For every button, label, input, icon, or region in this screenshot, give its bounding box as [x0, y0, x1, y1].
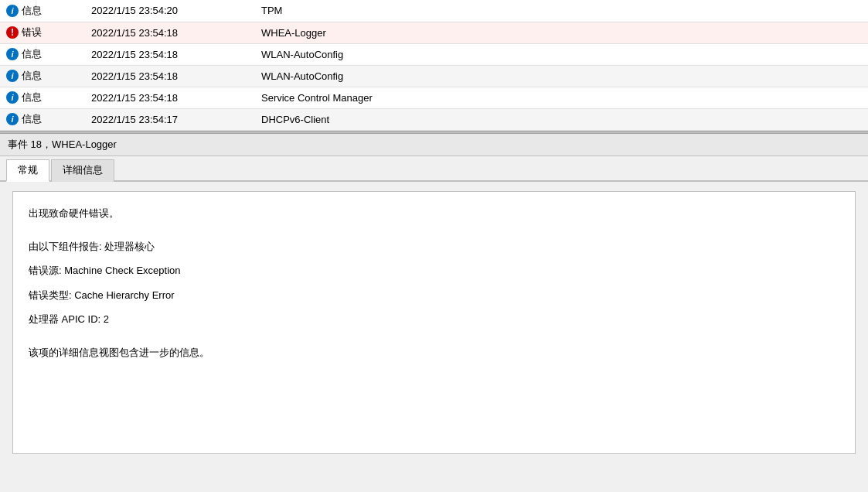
- datetime-cell: 2022/1/15 23:54:18: [85, 22, 255, 43]
- detail-line6: 该项的详细信息视图包含进一步的信息。: [29, 343, 839, 361]
- log-table-container: i信息2022/1/15 23:54:20TPM!错误2022/1/15 23:…: [0, 0, 868, 131]
- type-cell: i信息: [0, 65, 85, 87]
- datetime-cell: 2022/1/15 23:54:20: [85, 0, 255, 22]
- event-log-table: i信息2022/1/15 23:54:20TPM!错误2022/1/15 23:…: [0, 0, 868, 131]
- info-icon: i: [6, 5, 19, 17]
- type-label: 信息: [22, 112, 42, 126]
- datetime-cell: 2022/1/15 23:54:17: [85, 108, 255, 130]
- source-cell: WLAN-AutoConfig: [255, 65, 868, 87]
- table-row[interactable]: i信息2022/1/15 23:54:20TPM: [0, 0, 868, 22]
- type-label: 信息: [22, 69, 42, 83]
- tab-detail[interactable]: 详细信息: [51, 159, 114, 182]
- type-label: 错误: [22, 26, 42, 39]
- detail-line5: 处理器 APIC ID: 2: [29, 310, 839, 328]
- type-cell: i信息: [0, 43, 85, 65]
- table-row[interactable]: !错误2022/1/15 23:54:18WHEA-Logger: [0, 22, 868, 43]
- datetime-cell: 2022/1/15 23:54:18: [85, 87, 255, 108]
- type-cell: i信息: [0, 0, 85, 22]
- info-icon: i: [6, 70, 19, 82]
- event-header: 事件 18，WHEA-Logger: [0, 134, 868, 156]
- detail-line1: 出现致命硬件错误。: [29, 204, 839, 222]
- detail-box: 出现致命硬件错误。 由以下组件报告: 处理器核心 错误源: Machine Ch…: [12, 191, 856, 454]
- source-cell: WHEA-Logger: [255, 22, 868, 43]
- source-cell: TPM: [255, 0, 868, 22]
- tabs-bar: 常规 详细信息: [0, 156, 868, 182]
- table-row[interactable]: i信息2022/1/15 23:54:18WLAN-AutoConfig: [0, 43, 868, 65]
- error-icon: !: [6, 26, 19, 39]
- table-row[interactable]: i信息2022/1/15 23:54:18WLAN-AutoConfig: [0, 65, 868, 87]
- detail-line3: 错误源: Machine Check Exception: [29, 261, 839, 279]
- type-cell: i信息: [0, 108, 85, 130]
- info-icon: i: [6, 48, 19, 60]
- table-row[interactable]: i信息2022/1/15 23:54:17DHCPv6-Client: [0, 108, 868, 130]
- type-label: 信息: [22, 91, 42, 104]
- event-header-title: 事件 18，WHEA-Logger: [8, 138, 117, 150]
- source-cell: DHCPv6-Client: [255, 108, 868, 130]
- info-icon: i: [6, 91, 19, 104]
- info-icon: i: [6, 113, 19, 125]
- event-detail-section: 事件 18，WHEA-Logger 常规 详细信息 出现致命硬件错误。 由以下组…: [0, 134, 868, 463]
- source-cell: Service Control Manager: [255, 87, 868, 108]
- type-label: 信息: [22, 47, 42, 61]
- tab-general[interactable]: 常规: [6, 159, 49, 182]
- type-cell: !错误: [0, 22, 85, 43]
- detail-panel: 出现致命硬件错误。 由以下组件报告: 处理器核心 错误源: Machine Ch…: [0, 182, 868, 463]
- source-cell: WLAN-AutoConfig: [255, 43, 868, 65]
- detail-line4: 错误类型: Cache Hierarchy Error: [29, 286, 839, 304]
- type-cell: i信息: [0, 87, 85, 108]
- datetime-cell: 2022/1/15 23:54:18: [85, 43, 255, 65]
- datetime-cell: 2022/1/15 23:54:18: [85, 65, 255, 87]
- detail-line2: 由以下组件报告: 处理器核心: [29, 237, 839, 255]
- table-row[interactable]: i信息2022/1/15 23:54:18Service Control Man…: [0, 87, 868, 108]
- type-label: 信息: [22, 4, 42, 18]
